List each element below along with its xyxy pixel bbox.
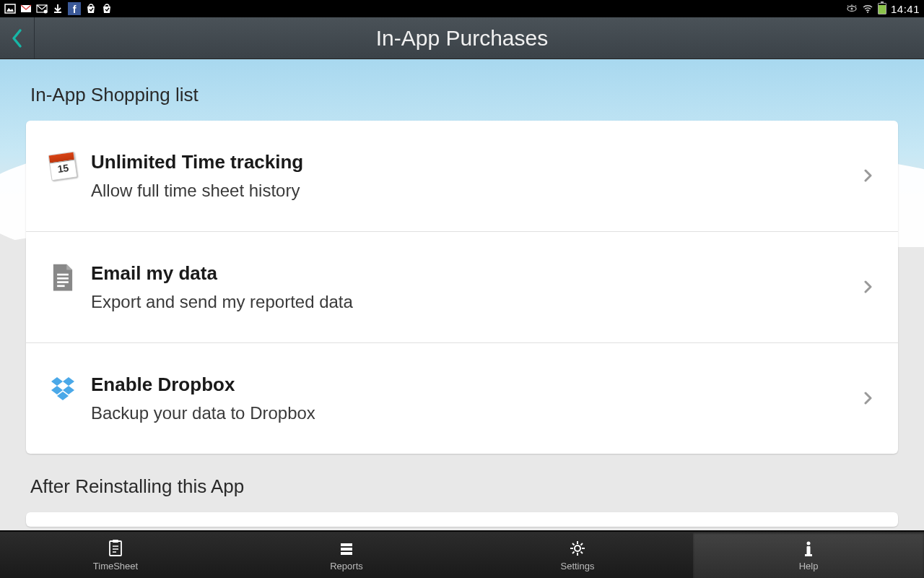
item-title: Enable Dropbox — [91, 374, 862, 396]
tab-reports[interactable]: Reports — [231, 532, 462, 578]
tab-label: Help — [799, 561, 819, 571]
item-title: Unlimited Time tracking — [91, 151, 862, 173]
tab-label: Settings — [561, 561, 595, 571]
svg-rect-18 — [113, 540, 118, 543]
status-bar: f 14:41 — [0, 0, 924, 17]
image-icon — [4, 3, 16, 14]
shopping-icon-2 — [101, 3, 113, 14]
chevron-right-icon — [862, 392, 876, 406]
content-area: In-App Shopping list Unlimited Time trac… — [0, 59, 924, 530]
gmail-icon — [20, 3, 32, 14]
tab-help[interactable]: Help — [693, 532, 924, 578]
battery-icon — [878, 3, 886, 14]
download-icon — [52, 3, 64, 14]
reinstall-card — [26, 512, 898, 527]
eye-icon — [846, 3, 858, 14]
page-title: In-App Purchases — [0, 26, 924, 51]
bottom-tab-bar: TimeSheet Reports Settings Help — [0, 530, 924, 578]
mail-icon — [36, 3, 48, 14]
reports-icon — [336, 538, 357, 558]
svg-marker-12 — [51, 377, 63, 386]
item-subtitle: Export and send my reported data — [91, 292, 862, 312]
svg-rect-36 — [805, 554, 812, 556]
tab-label: Reports — [330, 561, 363, 571]
document-icon — [48, 262, 78, 293]
svg-point-6 — [850, 8, 853, 10]
chevron-right-icon — [862, 169, 876, 184]
gear-icon — [567, 538, 588, 558]
svg-marker-13 — [63, 377, 74, 386]
svg-point-7 — [867, 12, 868, 13]
chevron-right-icon — [862, 280, 876, 295]
svg-rect-8 — [57, 274, 69, 276]
facebook-icon: f — [68, 2, 81, 15]
wifi-icon — [862, 3, 873, 14]
calendar-icon — [48, 151, 78, 181]
svg-line-33 — [581, 543, 583, 545]
svg-rect-23 — [341, 548, 352, 551]
svg-rect-9 — [57, 277, 69, 280]
svg-rect-22 — [341, 543, 352, 546]
section-header-reinstall: After Reinstalling this App — [26, 475, 898, 498]
svg-line-32 — [572, 552, 575, 554]
svg-line-31 — [581, 552, 583, 554]
svg-marker-1 — [6, 8, 14, 12]
timesheet-icon — [105, 538, 126, 558]
section-header-shopping: In-App Shopping list — [26, 84, 898, 106]
item-unlimited-time-tracking[interactable]: Unlimited Time tracking Allow full time … — [26, 121, 898, 232]
shopping-list-card: Unlimited Time tracking Allow full time … — [26, 121, 898, 454]
svg-rect-10 — [57, 281, 69, 283]
shopping-icon — [85, 3, 97, 14]
action-bar: In-App Purchases — [0, 17, 924, 59]
back-button[interactable] — [0, 17, 35, 59]
tab-timesheet[interactable]: TimeSheet — [0, 532, 231, 578]
svg-rect-24 — [341, 552, 352, 555]
tab-settings[interactable]: Settings — [462, 532, 693, 578]
item-title: Email my data — [91, 262, 862, 285]
clock-text: 14:41 — [891, 3, 920, 15]
dropbox-icon — [48, 374, 78, 404]
item-enable-dropbox[interactable]: Enable Dropbox Backup your data to Dropb… — [26, 343, 898, 454]
svg-line-30 — [572, 543, 575, 545]
item-email-my-data[interactable]: Email my data Export and send my reporte… — [26, 232, 898, 343]
item-subtitle: Allow full time sheet history — [91, 181, 862, 201]
info-icon — [798, 538, 819, 558]
svg-rect-0 — [5, 4, 15, 13]
item-subtitle: Backup your data to Dropbox — [91, 403, 862, 423]
svg-rect-17 — [110, 541, 121, 556]
svg-point-4 — [44, 10, 48, 14]
tab-label: TimeSheet — [93, 561, 138, 571]
svg-point-34 — [807, 542, 811, 545]
svg-point-25 — [575, 545, 580, 551]
svg-rect-11 — [57, 285, 65, 288]
chevron-left-icon — [11, 28, 24, 48]
